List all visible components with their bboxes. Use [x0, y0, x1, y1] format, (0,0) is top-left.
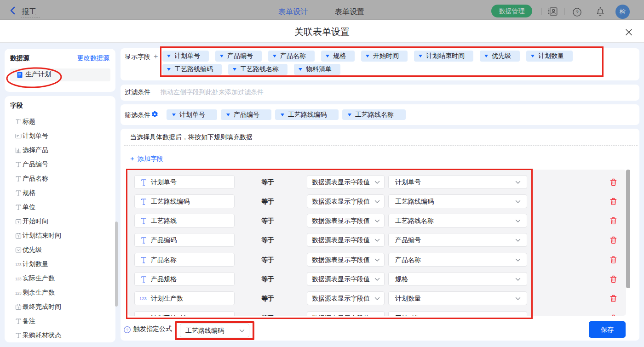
svg-text:123: 123 [15, 277, 22, 281]
svg-text:123: 123 [15, 291, 22, 296]
svg-text:?: ? [575, 10, 578, 15]
svg-text:123: 123 [15, 263, 22, 267]
svg-text:?: ? [126, 327, 128, 332]
